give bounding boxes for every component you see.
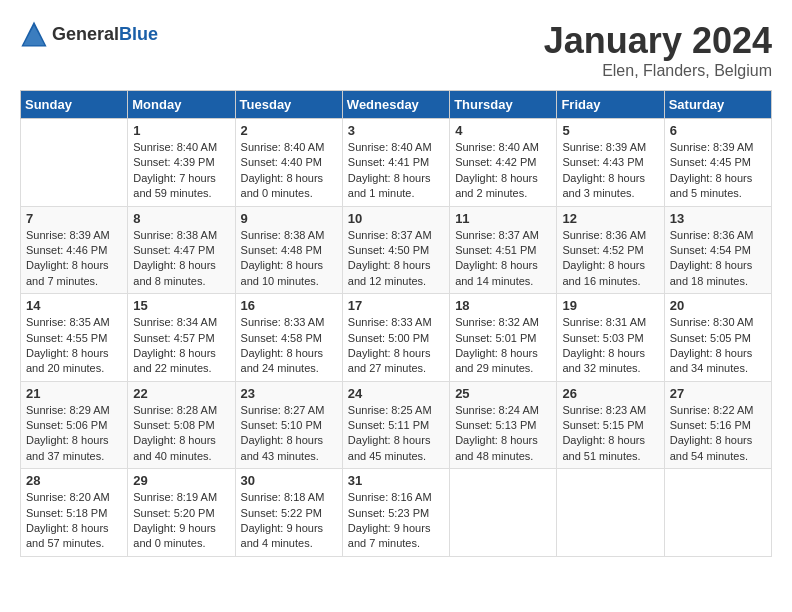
sunrise: Sunrise: 8:34 AM <box>133 316 217 328</box>
sunset: Sunset: 4:58 PM <box>241 332 322 344</box>
daylight: Daylight: 8 hours and 12 minutes. <box>348 259 431 286</box>
calendar-week-row: 21Sunrise: 8:29 AMSunset: 5:06 PMDayligh… <box>21 381 772 469</box>
day-number: 29 <box>133 473 229 488</box>
sunset: Sunset: 4:47 PM <box>133 244 214 256</box>
cell-content: Sunrise: 8:25 AMSunset: 5:11 PMDaylight:… <box>348 403 444 465</box>
sunset: Sunset: 5:00 PM <box>348 332 429 344</box>
daylight: Daylight: 8 hours and 16 minutes. <box>562 259 645 286</box>
sunrise: Sunrise: 8:39 AM <box>26 229 110 241</box>
cell-content: Sunrise: 8:28 AMSunset: 5:08 PMDaylight:… <box>133 403 229 465</box>
daylight: Daylight: 8 hours and 40 minutes. <box>133 434 216 461</box>
day-number: 6 <box>670 123 766 138</box>
sunset: Sunset: 4:41 PM <box>348 156 429 168</box>
day-number: 14 <box>26 298 122 313</box>
calendar-cell <box>21 119 128 207</box>
day-number: 8 <box>133 211 229 226</box>
cell-content: Sunrise: 8:29 AMSunset: 5:06 PMDaylight:… <box>26 403 122 465</box>
daylight: Daylight: 7 hours and 59 minutes. <box>133 172 216 199</box>
cell-content: Sunrise: 8:37 AMSunset: 4:50 PMDaylight:… <box>348 228 444 290</box>
calendar-cell: 31Sunrise: 8:16 AMSunset: 5:23 PMDayligh… <box>342 469 449 557</box>
sunrise: Sunrise: 8:40 AM <box>455 141 539 153</box>
daylight: Daylight: 8 hours and 54 minutes. <box>670 434 753 461</box>
cell-content: Sunrise: 8:39 AMSunset: 4:46 PMDaylight:… <box>26 228 122 290</box>
daylight: Daylight: 8 hours and 34 minutes. <box>670 347 753 374</box>
daylight: Daylight: 8 hours and 10 minutes. <box>241 259 324 286</box>
day-number: 15 <box>133 298 229 313</box>
day-number: 2 <box>241 123 337 138</box>
sunrise: Sunrise: 8:20 AM <box>26 491 110 503</box>
day-number: 4 <box>455 123 551 138</box>
sunrise: Sunrise: 8:16 AM <box>348 491 432 503</box>
daylight: Daylight: 9 hours and 0 minutes. <box>133 522 216 549</box>
cell-content: Sunrise: 8:23 AMSunset: 5:15 PMDaylight:… <box>562 403 658 465</box>
sunrise: Sunrise: 8:24 AM <box>455 404 539 416</box>
sunrise: Sunrise: 8:33 AM <box>348 316 432 328</box>
cell-content: Sunrise: 8:37 AMSunset: 4:51 PMDaylight:… <box>455 228 551 290</box>
cell-content: Sunrise: 8:38 AMSunset: 4:48 PMDaylight:… <box>241 228 337 290</box>
daylight: Daylight: 8 hours and 2 minutes. <box>455 172 538 199</box>
sunset: Sunset: 4:42 PM <box>455 156 536 168</box>
cell-content: Sunrise: 8:36 AMSunset: 4:52 PMDaylight:… <box>562 228 658 290</box>
logo-icon <box>20 20 48 48</box>
header-day: Thursday <box>450 91 557 119</box>
sunset: Sunset: 5:11 PM <box>348 419 429 431</box>
sunset: Sunset: 5:22 PM <box>241 507 322 519</box>
calendar-cell: 1Sunrise: 8:40 AMSunset: 4:39 PMDaylight… <box>128 119 235 207</box>
daylight: Daylight: 8 hours and 1 minute. <box>348 172 431 199</box>
calendar-cell: 7Sunrise: 8:39 AMSunset: 4:46 PMDaylight… <box>21 206 128 294</box>
sunset: Sunset: 4:54 PM <box>670 244 751 256</box>
cell-content: Sunrise: 8:39 AMSunset: 4:43 PMDaylight:… <box>562 140 658 202</box>
calendar-cell: 26Sunrise: 8:23 AMSunset: 5:15 PMDayligh… <box>557 381 664 469</box>
cell-content: Sunrise: 8:24 AMSunset: 5:13 PMDaylight:… <box>455 403 551 465</box>
sunrise: Sunrise: 8:23 AM <box>562 404 646 416</box>
sunrise: Sunrise: 8:39 AM <box>670 141 754 153</box>
daylight: Daylight: 8 hours and 3 minutes. <box>562 172 645 199</box>
calendar-week-row: 7Sunrise: 8:39 AMSunset: 4:46 PMDaylight… <box>21 206 772 294</box>
day-number: 27 <box>670 386 766 401</box>
cell-content: Sunrise: 8:20 AMSunset: 5:18 PMDaylight:… <box>26 490 122 552</box>
sunset: Sunset: 5:03 PM <box>562 332 643 344</box>
sunset: Sunset: 5:06 PM <box>26 419 107 431</box>
day-number: 9 <box>241 211 337 226</box>
cell-content: Sunrise: 8:40 AMSunset: 4:40 PMDaylight:… <box>241 140 337 202</box>
calendar-cell: 29Sunrise: 8:19 AMSunset: 5:20 PMDayligh… <box>128 469 235 557</box>
daylight: Daylight: 8 hours and 43 minutes. <box>241 434 324 461</box>
daylight: Daylight: 8 hours and 29 minutes. <box>455 347 538 374</box>
logo-general: General <box>52 24 119 44</box>
calendar-cell: 9Sunrise: 8:38 AMSunset: 4:48 PMDaylight… <box>235 206 342 294</box>
calendar-week-row: 14Sunrise: 8:35 AMSunset: 4:55 PMDayligh… <box>21 294 772 382</box>
cell-content: Sunrise: 8:19 AMSunset: 5:20 PMDaylight:… <box>133 490 229 552</box>
cell-content: Sunrise: 8:34 AMSunset: 4:57 PMDaylight:… <box>133 315 229 377</box>
calendar-table: SundayMondayTuesdayWednesdayThursdayFrid… <box>20 90 772 557</box>
calendar-cell: 15Sunrise: 8:34 AMSunset: 4:57 PMDayligh… <box>128 294 235 382</box>
calendar-cell: 16Sunrise: 8:33 AMSunset: 4:58 PMDayligh… <box>235 294 342 382</box>
page-header: GeneralBlue January 2024 Elen, Flanders,… <box>20 20 772 80</box>
sunrise: Sunrise: 8:35 AM <box>26 316 110 328</box>
sunset: Sunset: 5:01 PM <box>455 332 536 344</box>
day-number: 23 <box>241 386 337 401</box>
calendar-cell: 10Sunrise: 8:37 AMSunset: 4:50 PMDayligh… <box>342 206 449 294</box>
sunrise: Sunrise: 8:32 AM <box>455 316 539 328</box>
calendar-cell: 4Sunrise: 8:40 AMSunset: 4:42 PMDaylight… <box>450 119 557 207</box>
sunrise: Sunrise: 8:27 AM <box>241 404 325 416</box>
sunset: Sunset: 4:39 PM <box>133 156 214 168</box>
sunset: Sunset: 4:45 PM <box>670 156 751 168</box>
day-number: 18 <box>455 298 551 313</box>
cell-content: Sunrise: 8:31 AMSunset: 5:03 PMDaylight:… <box>562 315 658 377</box>
daylight: Daylight: 8 hours and 7 minutes. <box>26 259 109 286</box>
day-number: 13 <box>670 211 766 226</box>
daylight: Daylight: 8 hours and 22 minutes. <box>133 347 216 374</box>
sunset: Sunset: 5:20 PM <box>133 507 214 519</box>
calendar-cell: 27Sunrise: 8:22 AMSunset: 5:16 PMDayligh… <box>664 381 771 469</box>
sunrise: Sunrise: 8:33 AM <box>241 316 325 328</box>
svg-marker-1 <box>24 26 45 46</box>
day-number: 22 <box>133 386 229 401</box>
sunset: Sunset: 5:10 PM <box>241 419 322 431</box>
day-number: 10 <box>348 211 444 226</box>
sunset: Sunset: 4:50 PM <box>348 244 429 256</box>
calendar-cell: 25Sunrise: 8:24 AMSunset: 5:13 PMDayligh… <box>450 381 557 469</box>
sunrise: Sunrise: 8:29 AM <box>26 404 110 416</box>
day-number: 24 <box>348 386 444 401</box>
sunrise: Sunrise: 8:28 AM <box>133 404 217 416</box>
cell-content: Sunrise: 8:32 AMSunset: 5:01 PMDaylight:… <box>455 315 551 377</box>
